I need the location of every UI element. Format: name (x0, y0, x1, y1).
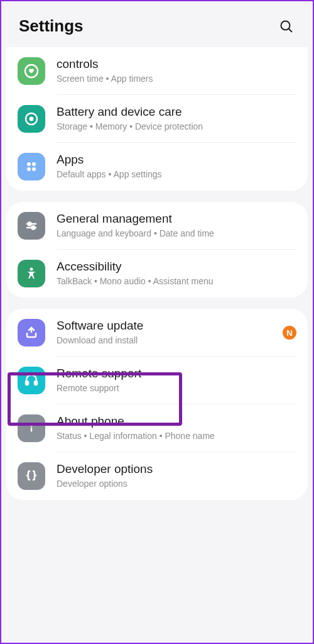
item-title: controls (57, 57, 296, 71)
svg-rect-19 (31, 428, 32, 432)
item-text: Apps Default apps • App settings (57, 153, 296, 180)
item-subtitle: Language and keyboard • Date and time (57, 228, 296, 239)
search-icon (279, 19, 294, 34)
item-title: Developer options (57, 462, 296, 476)
item-subtitle: Screen time • App timers (57, 73, 296, 84)
item-title: General management (57, 212, 296, 226)
settings-item-remote-support[interactable]: Remote support Remote support (6, 357, 308, 404)
item-title: Remote support (57, 367, 296, 380)
svg-point-6 (32, 162, 36, 166)
item-text: Software update Download and install (57, 319, 278, 346)
svg-point-4 (30, 117, 34, 121)
item-title: Apps (57, 153, 296, 167)
item-subtitle: Storage • Memory • Device protection (57, 121, 296, 132)
svg-point-12 (32, 226, 35, 230)
accessibility-icon (18, 260, 45, 287)
svg-point-8 (32, 167, 36, 171)
svg-point-0 (281, 21, 290, 30)
item-subtitle: Download and install (57, 335, 278, 346)
settings-group: General management Language and keyboard… (6, 202, 308, 297)
svg-point-10 (28, 223, 31, 226)
settings-item-software-update[interactable]: Software update Download and install N (6, 309, 308, 357)
item-title: About phone (57, 414, 296, 428)
apps-icon (18, 153, 45, 180)
settings-item-apps[interactable]: Apps Default apps • App settings (6, 143, 308, 191)
update-icon (18, 319, 45, 347)
sliders-icon (18, 212, 45, 240)
item-subtitle: Default apps • App settings (57, 169, 296, 180)
settings-item-accessibility[interactable]: Accessibility TalkBack • Mono audio • As… (6, 250, 308, 297)
heart-circle-icon (18, 57, 45, 85)
settings-item-about-phone[interactable]: About phone Status • Legal information •… (6, 404, 308, 452)
new-badge: N (283, 326, 296, 340)
svg-rect-14 (26, 381, 28, 385)
settings-group: Software update Download and install N R… (6, 309, 308, 500)
item-subtitle: TalkBack • Mono audio • Assistant menu (57, 275, 296, 287)
svg-point-13 (30, 268, 33, 271)
header: Settings (1, 1, 313, 47)
settings-item-controls[interactable]: controls Screen time • App timers (6, 47, 308, 95)
item-text: Developer options Developer options (57, 462, 296, 489)
svg-line-1 (289, 28, 292, 31)
settings-item-general[interactable]: General management Language and keyboard… (6, 202, 308, 250)
settings-group: controls Screen time • App timers Batter… (6, 47, 308, 191)
braces-icon (18, 462, 45, 490)
settings-item-battery[interactable]: Battery and device care Storage • Memory… (6, 95, 308, 143)
svg-rect-15 (35, 381, 37, 385)
item-text: Accessibility TalkBack • Mono audio • As… (57, 260, 296, 287)
item-text: Battery and device care Storage • Memory… (57, 105, 296, 132)
item-title: Accessibility (57, 260, 296, 274)
item-title: Software update (57, 319, 278, 333)
svg-point-18 (31, 425, 33, 427)
item-text: controls Screen time • App timers (57, 57, 296, 84)
svg-point-7 (27, 167, 31, 171)
page-title: Settings (19, 16, 84, 36)
care-icon (18, 105, 45, 133)
search-button[interactable] (278, 18, 295, 35)
settings-item-developer[interactable]: Developer options Developer options (6, 452, 308, 500)
item-subtitle: Remote support (57, 382, 296, 394)
item-text: General management Language and keyboard… (57, 212, 296, 239)
svg-point-5 (27, 162, 31, 166)
item-subtitle: Developer options (57, 478, 296, 489)
headset-icon (18, 367, 45, 394)
item-text: Remote support Remote support (57, 367, 296, 394)
item-title: Battery and device care (57, 105, 296, 119)
info-icon (18, 414, 45, 442)
item-subtitle: Status • Legal information • Phone name (57, 430, 296, 441)
item-text: About phone Status • Legal information •… (57, 414, 296, 441)
